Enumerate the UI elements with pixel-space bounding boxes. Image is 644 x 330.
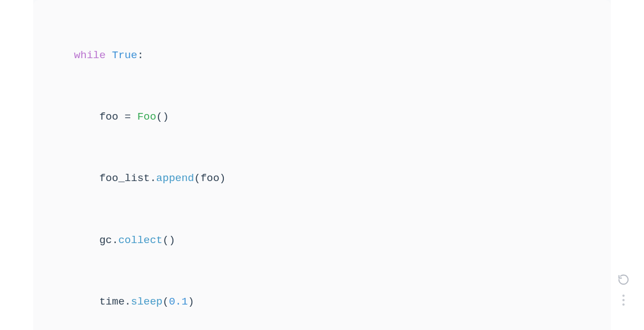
more-options-icon[interactable] xyxy=(622,295,625,306)
code-line-5: time.sleep(0.1) xyxy=(33,292,611,312)
code-line-1: while True: xyxy=(33,45,611,66)
code-line-2: foo = Foo() xyxy=(33,107,611,127)
code-line-3: foo_list.append(foo) xyxy=(33,168,611,189)
code-line-4: gc.collect() xyxy=(33,230,611,251)
class-foo: Foo xyxy=(137,111,156,123)
code-block: while True: foo = Foo() foo_list.append(… xyxy=(33,0,611,330)
literal-true: True xyxy=(112,49,137,61)
method-collect: collect xyxy=(118,234,162,246)
method-append: append xyxy=(156,172,194,184)
content-card: while True: foo = Foo() foo_list.append(… xyxy=(33,0,611,330)
number-literal: 0.1 xyxy=(169,296,188,308)
refresh-icon[interactable] xyxy=(616,272,631,287)
method-sleep: sleep xyxy=(131,296,162,308)
keyword-while: while xyxy=(74,49,106,61)
side-controls xyxy=(616,272,631,306)
